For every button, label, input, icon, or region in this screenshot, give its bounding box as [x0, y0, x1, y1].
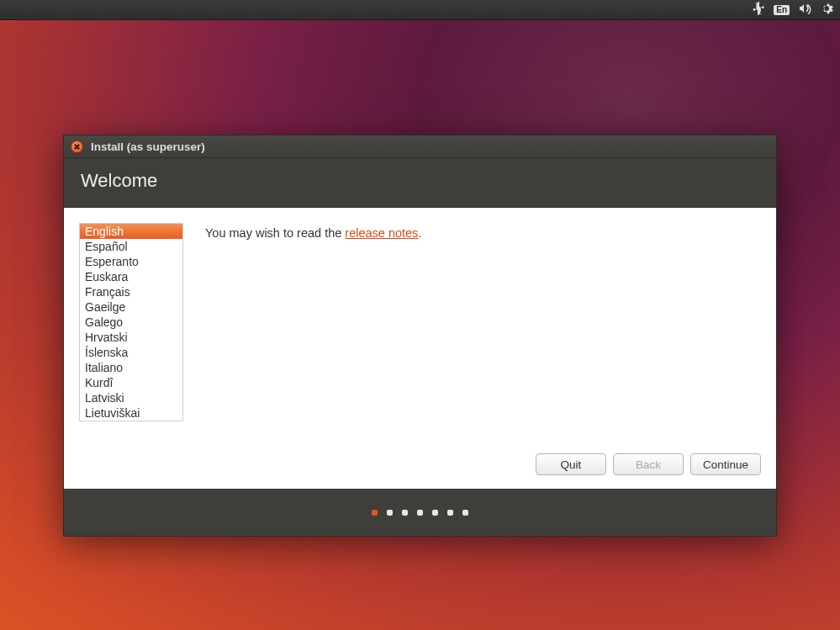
page-heading: Welcome — [64, 158, 776, 208]
back-button[interactable]: Back — [613, 453, 684, 475]
progress-dot — [462, 510, 468, 516]
language-option[interactable]: Español — [80, 239, 182, 254]
main-content: EnglishEspañolEsperantoEuskaraFrançaisGa… — [64, 208, 776, 443]
language-option[interactable]: Galego — [80, 315, 182, 330]
language-option[interactable]: Italiano — [80, 360, 182, 375]
language-option[interactable]: Hrvatski — [80, 330, 182, 345]
window-title: Install (as superuser) — [91, 140, 205, 153]
language-option[interactable]: English — [80, 224, 182, 239]
continue-button[interactable]: Continue — [690, 453, 761, 475]
language-option[interactable]: Français — [80, 284, 182, 299]
close-icon — [74, 144, 80, 150]
close-button[interactable] — [71, 140, 83, 153]
progress-dot — [372, 510, 378, 516]
language-option[interactable]: Kurdî — [80, 375, 182, 390]
progress-dot — [417, 510, 423, 516]
language-option[interactable]: Latviski — [80, 390, 182, 405]
language-option[interactable]: Lietuviškai — [80, 405, 182, 421]
progress-dots — [64, 489, 776, 536]
keyboard-language-indicator[interactable]: En — [774, 5, 790, 15]
language-option[interactable]: Íslenska — [80, 345, 182, 360]
language-list[interactable]: EnglishEspañolEsperantoEuskaraFrançaisGa… — [79, 223, 183, 421]
volume-icon[interactable] — [798, 2, 811, 18]
language-option[interactable]: Gaeilge — [80, 299, 182, 315]
titlebar: Install (as superuser) — [64, 135, 776, 158]
language-option[interactable]: Euskara — [80, 269, 182, 284]
progress-dot — [402, 510, 408, 516]
installer-dialog: Install (as superuser) Welcome EnglishEs… — [63, 135, 777, 537]
release-notes-link[interactable]: release notes — [345, 226, 418, 240]
progress-dot — [447, 510, 453, 516]
message-suffix: . — [418, 226, 421, 240]
gear-icon[interactable] — [820, 2, 833, 18]
progress-dot — [387, 510, 393, 516]
quit-button[interactable]: Quit — [536, 453, 606, 475]
button-row: Quit Back Continue — [64, 443, 776, 489]
message-prefix: You may wish to read the — [205, 226, 345, 240]
progress-dot — [432, 510, 438, 516]
network-icon[interactable] — [752, 2, 765, 18]
welcome-message: You may wish to read the release notes. — [205, 223, 761, 443]
language-option[interactable]: Esperanto — [80, 254, 182, 269]
top-menubar: En — [0, 0, 840, 20]
